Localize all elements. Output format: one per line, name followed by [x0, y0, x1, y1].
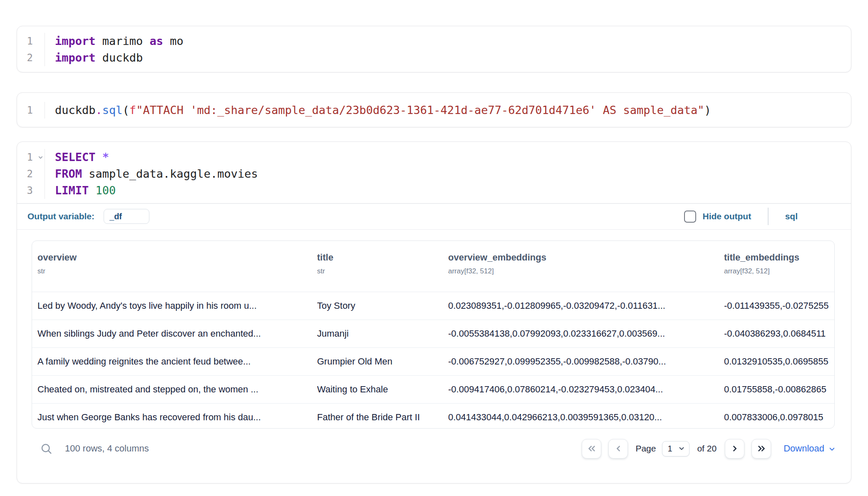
row-count-summary: 100 rows, 4 columns	[65, 443, 149, 454]
cell-overview_embeddings: -0.006752927,0.099952355,-0.009982588,-0…	[448, 356, 724, 367]
line-number: 2	[17, 50, 45, 66]
column-type: array[f32, 512]	[448, 267, 724, 275]
code-line[interactable]: LIMIT 100	[55, 182, 258, 199]
marimo-notebook: 12import marimo as moimport duckdb 1duck…	[0, 0, 868, 496]
chevrons-right-icon	[756, 443, 767, 454]
chevron-down-icon	[828, 445, 836, 453]
column-type: str	[317, 267, 448, 275]
cell-overview: Cheated on, mistreated and stepped on, t…	[37, 384, 317, 395]
code-lines[interactable]: duckdb.sql(f"ATTACH 'md:_share/sample_da…	[45, 102, 711, 119]
code-editor[interactable]: 1duckdb.sql(f"ATTACH 'md:_share/sample_d…	[17, 93, 851, 128]
divider	[17, 229, 851, 230]
result-table: overviewstrtitlestroverview_embeddingsar…	[32, 241, 835, 429]
code-cell-attach-db[interactable]: 1duckdb.sql(f"ATTACH 'md:_share/sample_d…	[17, 92, 851, 127]
next-page-button[interactable]	[725, 439, 744, 459]
language-badge-sql[interactable]: sql	[785, 211, 798, 221]
table-row: Led by Woody, Andy's toys live happily i…	[32, 292, 834, 320]
code-line[interactable]: duckdb.sql(f"ATTACH 'md:_share/sample_da…	[55, 102, 711, 119]
page-count-label: of 20	[697, 444, 717, 454]
table-body: Led by Woody, Andy's toys live happily i…	[32, 292, 834, 429]
column-name: title_embeddings	[724, 252, 835, 263]
cell-overview_embeddings: -0.0055384138,0.07992093,0.023316627,0.0…	[448, 328, 724, 339]
cell-overview: Led by Woody, Andy's toys live happily i…	[37, 300, 317, 311]
cell-overview_embeddings: -0.009417406,0.07860214,-0.023279453,0.0…	[448, 384, 724, 395]
cell-title: Jumanji	[317, 328, 448, 339]
column-type: array[f32, 512]	[724, 267, 835, 275]
cell-overview: Just when George Banks has recovered fro…	[37, 412, 317, 423]
code-editor[interactable]: 12import marimo as moimport duckdb	[17, 26, 851, 73]
column-header-title_embeddings[interactable]: title_embeddingsarray[f32, 512]	[724, 252, 835, 292]
column-name: title	[317, 252, 448, 263]
code-line[interactable]: import duckdb	[55, 50, 184, 66]
page-number-select[interactable]: 1	[662, 441, 689, 456]
table-row: When siblings Judy and Peter discover an…	[32, 320, 834, 347]
cell-overview: When siblings Judy and Peter discover an…	[37, 328, 317, 339]
line-number-gutter: 123	[17, 149, 45, 199]
cell-overview: A family wedding reignites the ancient f…	[37, 356, 317, 367]
prev-page-button[interactable]	[608, 439, 628, 459]
output-variable-input[interactable]	[104, 209, 149, 224]
code-line[interactable]: FROM sample_data.kaggle.movies	[55, 166, 258, 182]
cell-title: Father of the Bride Part II	[317, 412, 448, 423]
page-label: Page	[635, 444, 656, 454]
divider	[768, 208, 769, 225]
search-icon[interactable]	[40, 442, 52, 455]
line-number-gutter: 12	[17, 33, 45, 66]
table-row: A family wedding reignites the ancient f…	[32, 347, 834, 375]
line-number: 1	[17, 33, 45, 50]
cell-title_embeddings: 0.0132910535,0.0695855	[724, 356, 835, 367]
cell-title: Grumpier Old Men	[317, 356, 448, 367]
column-name: overview_embeddings	[448, 252, 724, 263]
code-lines[interactable]: SELECT *FROM sample_data.kaggle.moviesLI…	[45, 149, 258, 199]
output-variable-label: Output variable:	[27, 211, 94, 221]
cell-title_embeddings: 0.007833006,0.0978015	[724, 412, 835, 423]
code-line[interactable]: SELECT *	[55, 149, 258, 166]
code-line[interactable]: import marimo as mo	[55, 33, 184, 50]
hide-output-checkbox[interactable]	[684, 211, 696, 223]
download-label: Download	[784, 443, 824, 454]
sql-cell: 123SELECT *FROM sample_data.kaggle.movie…	[17, 141, 851, 484]
cell-overview_embeddings: 0.041433044,0.042966213,0.0039591365,0.0…	[448, 412, 724, 423]
hide-output-label[interactable]: Hide output	[703, 211, 751, 221]
column-header-title[interactable]: titlestr	[317, 252, 448, 292]
code-lines[interactable]: import marimo as moimport duckdb	[45, 33, 184, 66]
line-number-gutter: 1	[17, 102, 45, 119]
code-cell-imports[interactable]: 12import marimo as moimport duckdb	[17, 26, 851, 72]
chevron-down-icon	[678, 445, 685, 452]
download-button[interactable]: Download	[784, 443, 836, 454]
line-number: 1	[17, 149, 45, 166]
cell-title: Toy Story	[317, 300, 448, 311]
column-type: str	[37, 267, 317, 275]
last-page-button[interactable]	[751, 439, 771, 459]
cell-overview_embeddings: 0.023089351,-0.012809965,-0.03209472,-0.…	[448, 300, 724, 311]
cell-title: Waiting to Exhale	[317, 384, 448, 395]
code-editor[interactable]: 123SELECT *FROM sample_data.kaggle.movie…	[17, 142, 851, 203]
column-name: overview	[37, 252, 317, 263]
cell-title_embeddings: -0.011439355,-0.0275255	[724, 300, 835, 311]
table-header-row: overviewstrtitlestroverview_embeddingsar…	[32, 241, 834, 292]
cell-title_embeddings: 0.01755858,-0.00862865	[724, 384, 835, 395]
line-number: 2	[17, 166, 45, 182]
chevron-right-icon	[729, 443, 740, 454]
page-number-value: 1	[667, 444, 672, 454]
line-number: 1	[17, 102, 45, 119]
table-row: Just when George Banks has recovered fro…	[32, 403, 834, 429]
cell-title_embeddings: -0.040386293,0.0684511	[724, 328, 835, 339]
line-number: 3	[17, 182, 45, 199]
table-footer: 100 rows, 4 columns Page 1 of 20	[40, 436, 836, 461]
table-row: Cheated on, mistreated and stepped on, t…	[32, 375, 834, 403]
chevrons-left-icon	[586, 443, 597, 454]
output-variable-bar: Output variable: Hide output sql	[17, 204, 851, 229]
first-page-button[interactable]	[582, 439, 601, 459]
column-header-overview[interactable]: overviewstr	[37, 252, 317, 292]
chevron-left-icon	[613, 443, 624, 454]
chevron-down-icon[interactable]	[37, 154, 44, 161]
column-header-overview_embeddings[interactable]: overview_embeddingsarray[f32, 512]	[448, 252, 724, 292]
